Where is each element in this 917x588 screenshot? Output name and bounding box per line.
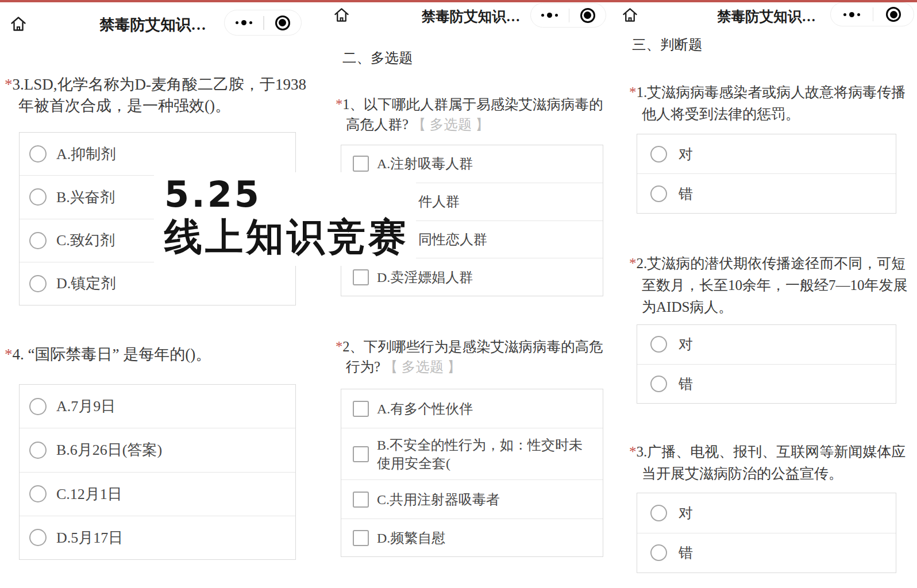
more-icon[interactable] [843,12,860,17]
options-box: A.有多个性伙伴 B.不安全的性行为，如：性交时未使用安全套( C.共用注射器吸… [341,389,603,557]
home-icon[interactable] [10,15,27,34]
option-label-partial: 同性恋人群 [418,230,494,249]
option-label: D.频繁自慰 [377,529,452,547]
section-title: 三、判断题 [632,35,703,54]
home-icon[interactable] [333,6,350,25]
option-row[interactable]: A.有多个性伙伴 [341,389,603,428]
option-row[interactable]: D.5月17日 [20,516,295,559]
radio-icon[interactable] [29,485,47,502]
option-row[interactable]: 对 [637,325,896,364]
option-row[interactable]: D.频繁自慰 [341,519,603,556]
question-text: *3.广播、电视、报刊、互联网等新闻媒体应当开展艾滋病防治的公益宣传。 [629,441,917,485]
required-asterisk: * [5,346,13,363]
question-text: *4. “国际禁毒日” 是每年的()。 [5,344,313,365]
options-box: A.7月9日 B.6月26日(答案) C.12月1日 D.5月17日 [19,384,296,560]
option-label: C.12月1日 [56,484,122,504]
page-title: 禁毒防艾知识… [706,7,827,26]
required-asterisk: * [629,444,637,459]
question-text: *2、下列哪些行为是感染艾滋病病毒的高危行为? 【 多选题 】 [336,336,611,377]
checkbox-icon[interactable] [353,401,369,417]
checkbox-icon[interactable] [353,446,369,462]
option-label: 对 [679,145,693,164]
option-row[interactable]: 对 [637,493,896,533]
capsule-divider [263,16,264,30]
minimize-icon[interactable] [886,7,901,22]
option-row[interactable]: C.共用注射器吸毒者 [341,479,603,519]
radio-icon[interactable] [29,529,47,546]
checkbox-icon[interactable] [353,492,369,508]
mini-program-screen-2: 禁毒防艾知识… 二、多选题 *1、以下哪此人群属于易感染艾滋病病毒的高危人群? … [317,0,615,588]
option-label: 错 [679,184,693,203]
watermark-date: 5.25 [164,174,416,215]
mini-program-screen-3: 禁毒防艾知识… 三、判断题 *1.艾滋病病毒感染者或病人故意将病毒传播他人将受到… [615,0,917,588]
option-row[interactable]: B.不安全的性行为，如：性交时未使用安全套( [341,428,603,479]
required-asterisk: * [629,256,637,271]
question-text: *1、以下哪此人群属于易感染艾滋病病毒的高危人群? 【 多选题 】 [336,94,611,134]
checkbox-icon[interactable] [353,530,369,546]
wechat-capsule [830,2,914,26]
option-label: A.有多个性伙伴 [377,400,480,418]
option-label: C.致幻剂 [56,230,115,250]
wechat-capsule [224,10,302,36]
option-label-partial: 件人群 [418,192,467,211]
option-row[interactable]: 错 [637,364,896,404]
option-row[interactable]: A.7月9日 [20,385,295,428]
option-row[interactable]: 对 [637,134,896,173]
question-text: *2.艾滋病的潜伏期依传播途径而不同，可短至数月，长至10余年，一般经7—10年… [629,253,917,318]
option-label: D.镇定剂 [56,273,115,293]
radio-icon[interactable] [29,232,47,249]
radio-icon[interactable] [650,336,667,353]
quiz-screenshot-collage: { "accent_color": "#c0544e", "header": {… [0,0,917,588]
radio-icon[interactable] [29,188,47,206]
question-text: *1.艾滋病病毒感染者或病人故意将病毒传播他人将受到法律的惩罚。 [629,82,917,125]
radio-icon[interactable] [29,145,47,163]
required-asterisk: * [5,76,13,93]
option-row[interactable]: D.镇定剂 [20,262,295,305]
option-label: B.6月26日(答案) [56,440,162,460]
required-asterisk: * [336,96,342,112]
option-label: A.7月9日 [56,396,115,416]
option-label: 错 [679,374,693,393]
more-icon[interactable] [541,13,558,18]
option-row[interactable]: A.抑制剂 [20,133,295,175]
option-label: C.共用注射器吸毒者 [377,490,507,509]
option-label: 对 [679,504,693,523]
capsule-divider [569,9,570,22]
option-label: B.兴奋剂 [56,187,115,207]
checkbox-icon[interactable] [353,269,369,285]
radio-icon[interactable] [29,275,47,292]
option-label: 对 [679,335,693,354]
question-text: *3.LSD,化学名称为D-麦角酸二乙胺，于1938年被首次合成，是一种强效()… [5,74,313,117]
option-label: A.抑制剂 [56,144,115,164]
radio-icon[interactable] [650,544,667,561]
section-title: 二、多选题 [342,48,413,67]
option-label: D.5月17日 [56,528,123,548]
top-accent-strip [0,0,917,2]
minimize-icon[interactable] [275,16,290,30]
question-type-tag: 【 多选题 】 [412,117,490,132]
home-icon[interactable] [622,6,638,25]
more-icon[interactable] [236,20,252,25]
checkbox-icon[interactable] [353,156,369,172]
minimize-icon[interactable] [580,8,595,23]
radio-icon[interactable] [29,398,47,415]
radio-icon[interactable] [29,442,47,459]
mini-program-screen-1: 禁毒防艾知识… *3.LSD,化学名称为D-麦角酸二乙胺，于1938年被首次合成… [0,0,317,588]
options-box: 对 错 [637,134,896,214]
wechat-capsule [530,3,606,28]
option-row[interactable]: 错 [637,173,896,213]
radio-icon[interactable] [650,185,667,202]
radio-icon[interactable] [650,146,667,163]
watermark-overlay: 5.25 线上知识竞赛 [154,172,416,266]
page-title: 禁毒防艾知识… [78,14,228,35]
required-asterisk: * [629,84,637,100]
option-label: A.注射吸毒人群 [377,154,480,173]
question-type-tag: 【 多选题 】 [384,359,461,374]
radio-icon[interactable] [650,376,667,392]
radio-icon[interactable] [650,505,667,521]
option-row[interactable]: 错 [637,533,896,573]
option-row[interactable]: C.12月1日 [20,472,295,516]
required-asterisk: * [336,339,342,354]
option-label: D.卖淫嫖娼人群 [377,268,480,287]
option-row[interactable]: B.6月26日(答案) [20,428,295,471]
